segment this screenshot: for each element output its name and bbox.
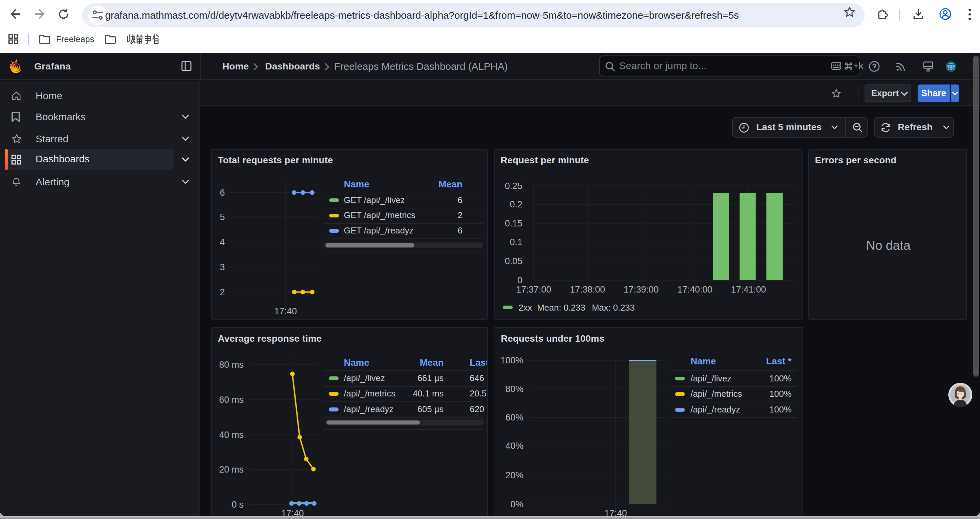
svg-text:17:40: 17:40 bbox=[281, 508, 304, 516]
svg-text:60 ms: 60 ms bbox=[219, 395, 244, 405]
svg-text:20 ms: 20 ms bbox=[219, 465, 244, 474]
svg-text:100%: 100% bbox=[500, 355, 523, 366]
svg-text:0.15: 0.15 bbox=[505, 219, 522, 228]
svg-text:17:40:00: 17:40:00 bbox=[678, 284, 713, 295]
svg-text:17:37:00: 17:37:00 bbox=[516, 284, 551, 295]
svg-text:0.25: 0.25 bbox=[505, 181, 522, 191]
svg-text:17:40: 17:40 bbox=[605, 508, 627, 516]
svg-text:0%: 0% bbox=[510, 499, 523, 509]
svg-text:6: 6 bbox=[220, 188, 225, 198]
svg-text:17:39:00: 17:39:00 bbox=[624, 284, 659, 295]
svg-text:0.1: 0.1 bbox=[510, 237, 522, 247]
svg-text:4: 4 bbox=[220, 237, 225, 247]
svg-text:0 s: 0 s bbox=[232, 500, 244, 509]
svg-text:60%: 60% bbox=[505, 412, 523, 423]
svg-text:80%: 80% bbox=[505, 384, 523, 394]
svg-text:0: 0 bbox=[517, 275, 522, 285]
svg-text:0.05: 0.05 bbox=[505, 256, 522, 266]
svg-text:40%: 40% bbox=[505, 441, 523, 451]
svg-text:20%: 20% bbox=[505, 470, 523, 480]
svg-text:40 ms: 40 ms bbox=[219, 430, 244, 440]
svg-text:80 ms: 80 ms bbox=[219, 360, 244, 370]
svg-text:3: 3 bbox=[220, 262, 225, 272]
svg-text:5: 5 bbox=[220, 212, 225, 222]
svg-text:2: 2 bbox=[220, 287, 225, 297]
svg-text:17:41:00: 17:41:00 bbox=[731, 284, 766, 295]
svg-text:17:40: 17:40 bbox=[274, 306, 297, 316]
svg-text:0.2: 0.2 bbox=[510, 200, 522, 209]
svg-text:17:38:00: 17:38:00 bbox=[570, 284, 605, 295]
